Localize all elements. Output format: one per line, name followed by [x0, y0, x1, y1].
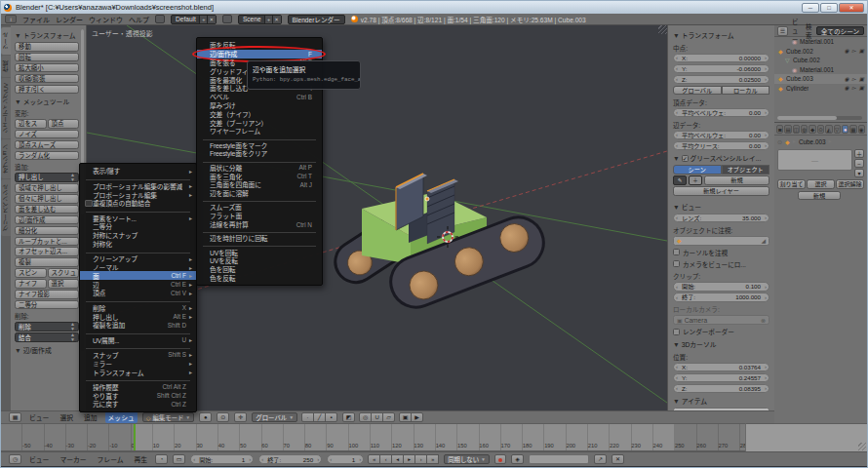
new-material-button[interactable]: 新規	[798, 191, 841, 201]
menu-render[interactable]: レンダー	[56, 15, 83, 24]
menu-item[interactable]: 法線を再計算 Ctrl N	[197, 220, 322, 229]
keying-set-field[interactable]	[529, 454, 589, 464]
mode-dropdown[interactable]: ◇ 編集モード ▼	[142, 412, 195, 422]
panel-header-meshtools[interactable]: ▼ メッシュツール	[15, 97, 79, 106]
tool-button[interactable]: 二等分	[15, 300, 79, 310]
menu-file[interactable]: ファイル	[22, 15, 50, 24]
space-toggle-button[interactable]: グローバル	[673, 86, 722, 96]
outliner-filter-dropdown[interactable]: 全てのシーン	[816, 26, 864, 35]
menu-item[interactable]: UV展開... U	[80, 335, 196, 344]
menu-item[interactable]: 重複頂点の自動結合	[80, 199, 196, 208]
new-layer-button[interactable]: 新規レイヤー	[673, 186, 769, 196]
tool-button[interactable]: オフセット辺ス...	[15, 247, 79, 256]
material-slot-list[interactable]	[777, 149, 852, 171]
checkbox-icon[interactable]	[673, 260, 680, 267]
gpencil-plus-icon[interactable]: ＋	[689, 176, 702, 185]
opengl-anim-icon[interactable]: ▶	[411, 412, 423, 422]
menu-item[interactable]: 元に戻す Ctrl Z	[80, 400, 196, 409]
extrude-menu-button[interactable]: 押し出し ▲▼	[15, 173, 79, 182]
end-frame-field[interactable]: 終了: 250	[258, 454, 322, 464]
lock-cursor-row[interactable]: カーソルを注視	[673, 248, 769, 257]
knife-button[interactable]: ナイフ	[15, 279, 47, 289]
median-field[interactable]: Z:0.02500	[673, 75, 769, 85]
add-menu[interactable]: 追加	[81, 411, 100, 423]
selectability-icon[interactable]: ▻	[852, 48, 856, 54]
menu-item[interactable]: 色を反転	[197, 274, 322, 283]
outliner-search-menu[interactable]: 検索	[806, 22, 812, 40]
mesh-menu-button[interactable]: メッシュ	[105, 411, 138, 423]
edge-slide-button[interactable]: 辺をス	[15, 119, 47, 129]
texture-tab-icon[interactable]: ▦	[849, 125, 856, 134]
outliner-scrollbar[interactable]	[777, 116, 862, 120]
tool-button[interactable]: 移動	[15, 42, 79, 52]
toolshelf-tab[interactable]: オプション	[1, 139, 11, 178]
screen-layout-dropdown[interactable]: Default + ✕	[171, 15, 217, 24]
remove-layout-icon[interactable]: ✕	[207, 16, 216, 23]
pin-icon[interactable]: ⊙	[777, 138, 782, 145]
toolshelf-tab[interactable]: 作成	[1, 56, 11, 77]
preview-range-icon[interactable]: ◔	[155, 454, 168, 464]
render-layers-tab-icon[interactable]: ▤	[784, 125, 791, 134]
visibility-icon[interactable]: ◉	[845, 76, 849, 82]
clear-icon[interactable]: ⊗	[761, 317, 766, 324]
cursor-location-field[interactable]: Z:0.08395	[673, 384, 769, 394]
editor-type-icon[interactable]: ◷	[9, 454, 21, 464]
panel-header-3dcursor[interactable]: ▼ 3Dカーソル	[673, 339, 769, 349]
snap-element-icon[interactable]: ▱	[382, 412, 395, 422]
renderability-icon[interactable]: ▣	[859, 48, 864, 54]
remove-slot-button[interactable]: −	[854, 159, 864, 168]
outliner-row[interactable]: Cube.002 ◉▻▣	[774, 56, 867, 65]
current-frame-field[interactable]: 1	[327, 454, 364, 464]
tool-button[interactable]: 複製	[15, 257, 79, 267]
merge-menu-button[interactable]: 結合 ▲▼	[15, 332, 79, 342]
tool-button[interactable]: 個々に押し出し	[15, 194, 79, 204]
toolshelf-tab[interactable]: グリースペンシル	[1, 179, 11, 236]
menu-item[interactable]: トランスフォーム	[80, 368, 196, 376]
orientation-dropdown[interactable]: グローバル ▼	[252, 412, 297, 422]
menu-item[interactable]: 複製を追加 Shift D	[80, 321, 196, 330]
outliner-row[interactable]: Material.001 ◉▻▣	[774, 65, 867, 75]
edge-data-field[interactable]: 平均クリース:0.00	[673, 141, 769, 151]
timeline-playback-menu[interactable]: 再生	[132, 453, 151, 465]
menu-item[interactable]: 辺を面に溶解	[197, 189, 322, 198]
clip-field[interactable]: 終了:1000.000	[673, 292, 769, 302]
renderability-icon[interactable]: ▣	[859, 76, 864, 82]
material-tab-icon[interactable]: ●	[842, 125, 848, 134]
tool-button[interactable]: 収縮/膨張	[15, 74, 79, 84]
menu-item[interactable]: 対称化	[80, 240, 196, 249]
outliner-row[interactable]: Cylinder ◉▻▣	[774, 84, 867, 94]
timeline-view-menu[interactable]: ビュー	[26, 453, 52, 465]
gpencil-checkbox[interactable]: ✓	[682, 155, 689, 162]
scene-dropdown[interactable]: Scene + ✕	[238, 15, 282, 24]
panel-header-gpencil[interactable]: ▼ ✓ グリースペンシルレイ...	[673, 153, 769, 163]
panel-header-view[interactable]: ▼ ビュー	[673, 202, 769, 212]
auto-keyframe-button[interactable]	[494, 454, 506, 464]
tool-button[interactable]: 辺/面作成	[15, 215, 79, 225]
select-menu[interactable]: 選択	[57, 411, 76, 423]
menu-item[interactable]: ワイヤーフレーム	[197, 127, 322, 136]
editor-type-icon[interactable]: ▦	[9, 412, 21, 422]
lock-camera-row[interactable]: カメラをビューにロ...	[673, 259, 769, 269]
eyedropper-icon[interactable]: ◢	[761, 237, 766, 244]
screw-button[interactable]: スクリュ	[48, 268, 80, 278]
screen-layout-icon[interactable]	[155, 15, 165, 23]
toolshelf-tab[interactable]: ツール	[1, 27, 11, 55]
select-button[interactable]: 選択	[48, 279, 80, 289]
editor-type-icon[interactable]: i	[5, 15, 17, 23]
data-tab-icon[interactable]: ▽	[834, 125, 841, 134]
mean-bevel-weight-field[interactable]: 平均ベベルウェ:0.00	[673, 108, 769, 118]
minimize-button[interactable]: ─	[802, 3, 819, 13]
panel-header-transform[interactable]: ▼ トランスフォーム	[15, 30, 79, 40]
clip-field[interactable]: 開始:0.100	[673, 282, 769, 292]
view-menu[interactable]: ビュー	[26, 411, 52, 423]
selectability-icon[interactable]: ▻	[852, 76, 856, 82]
tool-button[interactable]: 拡大縮小	[15, 63, 79, 73]
editor-type-icon[interactable]: ☰	[777, 26, 788, 36]
lock-icon[interactable]: ▭	[173, 454, 185, 464]
menu-item[interactable]: 表示/隠す	[80, 167, 196, 176]
cursor-location-field[interactable]: X:0.03764	[673, 363, 769, 372]
scene-tab-icon[interactable]: ◫	[793, 125, 800, 134]
face-select-icon[interactable]: ▪	[325, 412, 337, 422]
vertex-slide-button[interactable]: 頂点	[48, 119, 80, 129]
timeline-ruler[interactable]: -50-40-30-20-100102030405060708090100110…	[1, 423, 745, 451]
